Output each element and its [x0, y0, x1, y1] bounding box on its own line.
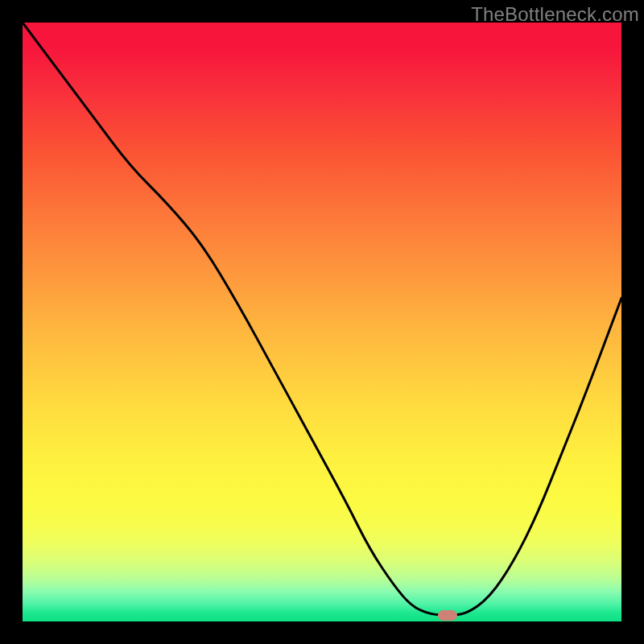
- optimal-point-marker: [438, 610, 457, 621]
- bottleneck-curve: [23, 23, 621, 621]
- plot-area: [23, 23, 621, 621]
- chart-frame: TheBottleneck.com: [0, 0, 644, 644]
